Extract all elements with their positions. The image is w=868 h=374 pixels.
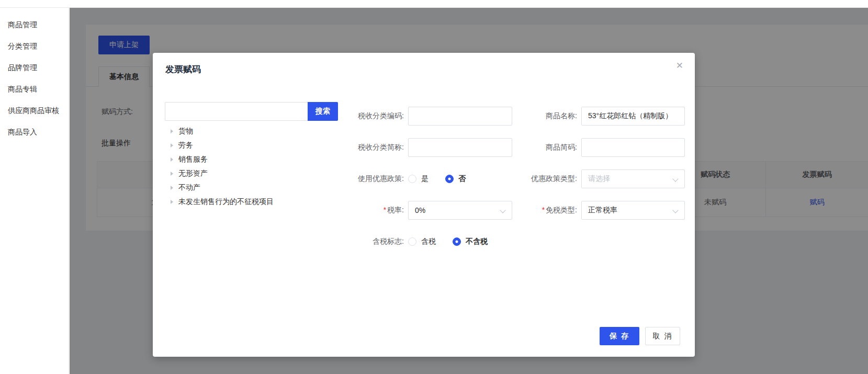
tax-short-name-label: 税收分类简称: (335, 143, 404, 152)
dialog-title: 发票赋码 (165, 63, 201, 75)
invoice-coding-dialog: 发票赋码 ✕ 搜索 货物 劳务 销售服务 无形资产 不动产 未发生销售行为的不征… (153, 53, 695, 357)
save-button[interactable]: 保 存 (600, 327, 639, 345)
policy-yes-label[interactable]: 是 (421, 174, 429, 184)
tax-excluded-label[interactable]: 不含税 (466, 237, 488, 246)
tax-category-tree: 货物 劳务 销售服务 无形资产 不动产 未发生销售行为的不征税项目 (171, 124, 274, 209)
caret-right-icon (171, 157, 173, 162)
tax-excluded-radio[interactable] (453, 237, 461, 246)
tax-rate-label: *税率: (335, 206, 404, 215)
tax-code-field[interactable] (408, 107, 512, 126)
tax-code-label: 税收分类编码: (335, 111, 404, 121)
product-code-field[interactable] (581, 138, 685, 157)
cancel-button[interactable]: 取 消 (645, 327, 680, 345)
use-policy-label: 使用优惠政策: (335, 174, 404, 184)
tax-included-radio[interactable] (408, 237, 416, 246)
tree-item-goods[interactable]: 货物 (171, 124, 274, 138)
policy-type-label: 优惠政策类型: (512, 174, 577, 184)
policy-no-label[interactable]: 否 (458, 174, 466, 184)
tax-included-flag-label: 含税标志: (335, 237, 404, 246)
policy-yes-radio[interactable] (408, 175, 416, 183)
policy-no-radio[interactable] (445, 175, 454, 183)
policy-type-select[interactable]: 请选择 (581, 169, 685, 188)
caret-right-icon (171, 172, 173, 176)
required-asterisk: * (384, 206, 386, 214)
sidebar-item-category-management[interactable]: 分类管理 (0, 36, 69, 57)
tree-item-non-taxable[interactable]: 未发生销售行为的不征税项目 (171, 195, 274, 209)
sidebar-item-product-album[interactable]: 商品专辑 (0, 78, 69, 100)
product-name-label: 商品名称: (512, 111, 577, 121)
chevron-down-icon (500, 207, 505, 213)
top-bar (0, 0, 868, 8)
tax-included-radio-group: 含税 不含税 (408, 237, 488, 246)
use-policy-radio-group: 是 否 (408, 174, 466, 184)
tree-item-labor[interactable]: 劳务 (171, 138, 274, 152)
tree-item-real-estate[interactable]: 不动产 (171, 180, 274, 195)
sidebar-item-product-management[interactable]: 商品管理 (0, 14, 69, 36)
search-input[interactable] (165, 102, 308, 121)
tax-included-label[interactable]: 含税 (421, 237, 436, 246)
free-tax-type-select[interactable]: 正常税率 (581, 201, 685, 220)
sidebar: 商品管理 分类管理 品牌管理 商品专辑 供应商商品审核 商品导入 (0, 8, 69, 374)
sidebar-item-supplier-product-review[interactable]: 供应商商品审核 (0, 100, 69, 121)
sidebar-item-brand-management[interactable]: 品牌管理 (0, 57, 69, 78)
tax-rate-select[interactable]: 0% (408, 201, 512, 220)
free-tax-type-label: *免税类型: (512, 206, 577, 215)
search-button[interactable]: 搜索 (308, 102, 338, 121)
caret-right-icon (171, 200, 173, 204)
caret-right-icon (171, 129, 173, 133)
tax-short-name-field[interactable] (408, 138, 512, 157)
caret-right-icon (171, 143, 173, 148)
tree-item-intangible-assets[interactable]: 无形资产 (171, 166, 274, 180)
required-asterisk: * (542, 206, 545, 214)
chevron-down-icon (672, 176, 678, 182)
chevron-down-icon (672, 207, 678, 213)
close-icon[interactable]: ✕ (676, 61, 683, 70)
caret-right-icon (171, 186, 173, 190)
invoice-coding-form: 税收分类编码: 商品名称: 税收分类简称: 商品简码: 使用优惠政策: 是 否 … (335, 107, 685, 264)
product-code-label: 商品简码: (512, 143, 577, 152)
tree-item-sales-service[interactable]: 销售服务 (171, 152, 274, 166)
sidebar-item-product-import[interactable]: 商品导入 (0, 121, 69, 143)
product-name-field[interactable] (581, 107, 685, 126)
